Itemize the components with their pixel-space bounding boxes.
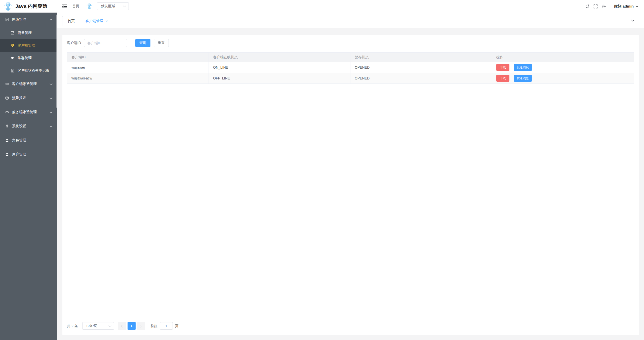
cell-actions: 下线 发送消息 [492, 73, 634, 83]
goto-label: 前往 [150, 322, 157, 330]
column-header-client-id: 客户端ID [67, 53, 209, 62]
sidebar-item-label: 角色管理 [12, 138, 53, 143]
chevron-down-icon [50, 125, 53, 127]
cell-actions: 下线 发送消息 [492, 62, 634, 73]
pagination: 共 2 条 10条/页 1 前往 页 [67, 322, 634, 335]
user-dropdown[interactable]: 你好!admin [614, 4, 638, 9]
column-header-stash-status: 暂存状态 [350, 53, 492, 62]
breadcrumb[interactable]: 首页 [72, 4, 79, 9]
tab-label: 首页 [68, 16, 75, 26]
tabs-nav: 首页 客户端管理 × [62, 16, 644, 26]
sidebar-item-cluster-mgmt[interactable]: 集群管理 [0, 52, 57, 64]
cell-stash-status: OPENED [350, 62, 492, 73]
link-icon [11, 56, 15, 60]
page-size-select[interactable]: 10条/页 [82, 322, 114, 330]
chevron-up-icon [50, 19, 53, 21]
send-message-button[interactable]: 发送消息 [514, 64, 532, 71]
column-header-actions: 操作 [492, 53, 634, 62]
goto-suffix: 页 [175, 322, 179, 330]
settings-icon[interactable] [602, 4, 606, 9]
tab-label: 客户端管理 [86, 16, 103, 26]
user-icon [5, 138, 9, 142]
query-button[interactable]: 查询 [135, 39, 150, 47]
top-navbar: 首页 默认区域 你好!admin [57, 0, 644, 13]
location-pin-icon [11, 44, 15, 48]
app-logo-area: Java 内网穿透 [0, 0, 57, 13]
sidebar-item-label: 网络管理 [12, 17, 50, 22]
tab-actions-chevron-down-icon[interactable] [631, 19, 634, 22]
refresh-icon[interactable] [585, 4, 589, 9]
sidebar: Java 内网穿透 网络管理 流量管理 客户端管理 集群管理 客户端状态变更记录… [0, 0, 57, 340]
user-icon [5, 152, 9, 156]
sidebar-item-label: 用户管理 [12, 152, 53, 157]
sidebar-item-client-mgmt[interactable]: 客户端管理 [0, 39, 57, 52]
tab-client-mgmt[interactable]: 客户端管理 × [80, 16, 113, 26]
sidebar-item-label: 系统设置 [12, 124, 50, 129]
prev-page-button[interactable] [118, 322, 126, 330]
sidebar-item-network-mgmt[interactable]: 网络管理 [0, 13, 57, 27]
goto-page-input[interactable] [160, 322, 173, 330]
reset-button[interactable]: 重置 [154, 39, 169, 47]
sidebar-item-traffic-mgmt[interactable]: 流量管理 [0, 27, 57, 39]
tabs-filler [113, 16, 644, 26]
column-header-online-status: 客户端在线状态 [209, 53, 350, 62]
sidebar-item-role-mgmt[interactable]: 角色管理 [0, 133, 57, 147]
sidebar-item-label: 流量管理 [18, 31, 53, 35]
sidebar-item-client-penetration[interactable]: 客户端渗透管理 [0, 77, 57, 91]
chevron-down-icon [50, 97, 53, 99]
search-form: 客户端ID 查询 重置 [67, 39, 634, 47]
page-number-button[interactable]: 1 [128, 322, 136, 330]
user-greeting: 你好!admin [614, 4, 634, 9]
table-row: wujiawei ON_LINE OPENED 下线 发送消息 [67, 62, 634, 73]
board-icon [5, 96, 9, 100]
next-page-button[interactable] [137, 322, 145, 330]
cell-online-status: ON_LINE [209, 62, 350, 73]
client-id-input[interactable] [84, 39, 127, 47]
cell-stash-status: OPENED [350, 73, 492, 83]
region-select[interactable]: 默认区域 [97, 2, 129, 10]
sidebar-item-label: 服务端渗透管理 [12, 110, 50, 114]
send-message-button[interactable]: 发送消息 [514, 75, 532, 82]
sidebar-item-server-penetration[interactable]: 服务端渗透管理 [0, 105, 57, 119]
sidebar-collapse-icon[interactable] [62, 4, 67, 9]
navbar-right: 你好!admin [581, 4, 638, 9]
page-size-value: 10条/页 [86, 324, 108, 328]
sidebar-item-label: 客户端状态变更记录 [18, 68, 53, 73]
sidebar-item-system-settings[interactable]: 系统设置 [0, 119, 57, 133]
sidebar-item-traffic-report[interactable]: 流量报表 [0, 91, 57, 105]
sidebar-item-label: 流量报表 [12, 96, 50, 100]
close-icon[interactable]: × [105, 19, 108, 23]
divider [610, 4, 610, 9]
offline-button[interactable]: 下线 [496, 75, 509, 82]
sidebar-item-label: 集群管理 [18, 56, 53, 60]
sidebar-item-client-status-log[interactable]: 客户端状态变更记录 [0, 64, 57, 77]
document-icon [5, 18, 9, 22]
link-icon [5, 110, 9, 114]
chevron-down-icon [123, 6, 126, 7]
offline-button[interactable]: 下线 [496, 64, 509, 71]
table-header-row: 客户端ID 客户端在线状态 暂存状态 操作 [67, 53, 634, 62]
cell-online-status: OFF_LINE [209, 73, 350, 83]
chevron-down-icon [635, 6, 638, 7]
content-card: 客户端ID 查询 重置 客户端ID 客户端在线状态 暂存状态 操作 wujiaw… [62, 35, 639, 335]
clients-table: 客户端ID 客户端在线状态 暂存状态 操作 wujiawei ON_LINE O… [67, 52, 634, 322]
table-empty-area [67, 84, 634, 322]
sidebar-scrollbar-thumb[interactable] [56, 15, 57, 108]
sidebar-item-label: 客户端渗透管理 [12, 82, 50, 86]
link-icon [5, 82, 9, 86]
chevron-down-icon [50, 111, 53, 113]
sidebar-item-user-mgmt[interactable]: 用户管理 [0, 147, 57, 161]
chevron-left-icon [121, 324, 123, 328]
chevron-down-icon [108, 325, 111, 327]
table-row: wujiawei-acw OFF_LINE OPENED 下线 发送消息 [67, 73, 634, 84]
document-icon [11, 69, 15, 73]
content-area: 客户端ID 查询 重置 客户端ID 客户端在线状态 暂存状态 操作 wujiaw… [57, 28, 644, 340]
fullscreen-icon[interactable] [593, 4, 598, 9]
tab-home[interactable]: 首页 [62, 16, 80, 26]
cell-client-id: wujiawei [67, 62, 209, 73]
sidebar-item-label: 客户端管理 [18, 43, 53, 48]
chevron-right-icon [140, 324, 142, 328]
app-title: Java 内网穿透 [15, 3, 48, 10]
pagination-total: 共 2 条 [67, 322, 78, 330]
client-id-label: 客户端ID [67, 41, 81, 45]
